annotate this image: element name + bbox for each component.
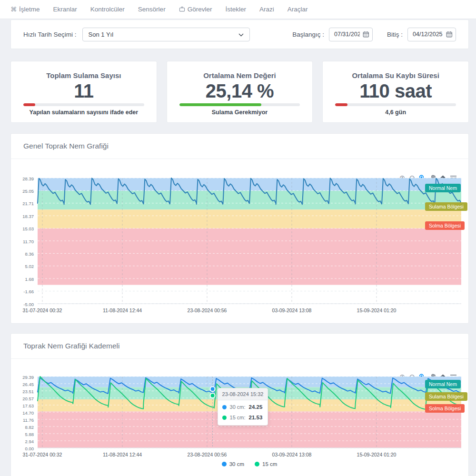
stat-value: 25,14 % bbox=[167, 79, 313, 103]
stat-value: 110 saat bbox=[323, 79, 468, 103]
quick-date-selected-value: Son 1 Yıl bbox=[89, 31, 114, 38]
x-tick-label: 31-07-2024 00:32 bbox=[23, 307, 62, 313]
nav-item-kontrolculer[interactable]: Kontrolcüler bbox=[90, 6, 125, 13]
y-tick-label: -1.66 bbox=[23, 289, 34, 294]
x-tick-label: 15-09-2024 01:20 bbox=[357, 452, 397, 457]
y-axis: 29.3926.4523.5120.5717.6314.7011.768.825… bbox=[11, 377, 34, 448]
calendar-icon[interactable] bbox=[363, 31, 369, 40]
stat-cards-row: Toplam Sulama Sayısı 11 Yapılan sulamala… bbox=[10, 61, 469, 123]
y-tick-label: 20.57 bbox=[22, 396, 34, 401]
x-tick-label: 11-08-2024 12:44 bbox=[103, 452, 142, 457]
zone-band bbox=[38, 228, 461, 285]
series-dot-30cm bbox=[222, 405, 227, 409]
chart-title: Toprak Nem Grafiği Kademeli bbox=[11, 334, 468, 359]
nav-item-ekranlar[interactable]: Ekranlar bbox=[53, 6, 77, 13]
stat-card-average-moisture: Ortalama Nem Değeri 25,14 % Sulama Gerek… bbox=[167, 61, 313, 123]
stat-card-water-loss: Ortalama Su Kaybı Süresi 110 saat 4,6 gü… bbox=[322, 61, 469, 123]
y-tick-label: 5.88 bbox=[25, 432, 34, 437]
legend-dot bbox=[255, 462, 259, 466]
y-tick-label: 11.70 bbox=[23, 239, 34, 244]
progress-bar bbox=[23, 103, 144, 106]
progress-fill bbox=[335, 103, 347, 106]
zone-badge: Sulama Bölgesi bbox=[425, 202, 467, 211]
zone-badge: Normal Nem bbox=[425, 380, 461, 388]
nav-item-araclar[interactable]: Araçlar bbox=[288, 6, 308, 13]
zone-badge: Normal Nem bbox=[425, 184, 461, 192]
top-navigation: ⌘ İşletme Ekranlar Kontrolcüler Sensörle… bbox=[0, 0, 476, 19]
series-dot-15cm bbox=[222, 416, 227, 420]
y-tick-label: 15.03 bbox=[22, 226, 34, 231]
stat-title: Ortalama Su Kaybı Süresi bbox=[323, 71, 468, 79]
stat-caption: 4,6 gün bbox=[323, 109, 468, 116]
y-tick-label: 29.39 bbox=[22, 375, 34, 380]
soil-moisture-plot[interactable]: Normal NemSulama BölgesiSolma Bölgesi bbox=[38, 178, 461, 304]
nav-item-arazi[interactable]: Arazi bbox=[259, 6, 274, 13]
x-axis: 31-07-2024 00:3211-08-2024 12:4423-08-20… bbox=[38, 307, 461, 315]
legend-label: 15 cm bbox=[262, 461, 277, 467]
y-tick-label: 8.82 bbox=[25, 425, 34, 430]
progress-bar bbox=[179, 103, 300, 106]
hover-marker bbox=[210, 387, 215, 391]
progress-fill bbox=[179, 103, 261, 106]
hover-marker bbox=[210, 393, 215, 398]
stat-caption: Sulama Gerekmiyor bbox=[167, 109, 313, 116]
x-tick-label: 15-09-2024 01:20 bbox=[357, 307, 397, 313]
legend-label: 30 cm bbox=[229, 461, 244, 467]
progress-bar bbox=[335, 103, 456, 106]
x-tick-label: 23-08-2024 00:56 bbox=[188, 307, 227, 313]
y-tick-label: 23.51 bbox=[22, 389, 34, 394]
x-tick-label: 31-07-2024 00:32 bbox=[23, 452, 62, 457]
y-tick-label: 11.76 bbox=[23, 417, 34, 423]
y-tick-label: 26.45 bbox=[22, 382, 34, 387]
y-axis: 28.3925.0521.7118.3715.0311.708.365.021.… bbox=[11, 178, 34, 304]
zone-band bbox=[38, 209, 461, 228]
briefcase-icon bbox=[179, 6, 185, 13]
y-tick-label: 1.68 bbox=[25, 277, 34, 282]
y-tick-label: 25.05 bbox=[22, 188, 34, 194]
calendar-icon[interactable] bbox=[446, 31, 453, 40]
nav-item-label: İşletme bbox=[19, 6, 40, 13]
y-tick-label: -5.00 bbox=[23, 302, 34, 307]
chevron-down-icon bbox=[238, 31, 244, 38]
quick-date-label: Hızlı Tarih Seçimi : bbox=[23, 31, 77, 38]
x-tick-label: 23-08-2024 00:56 bbox=[188, 452, 227, 457]
x-axis: 31-07-2024 00:3211-08-2024 12:4423-08-20… bbox=[38, 452, 461, 459]
y-tick-label: 8.36 bbox=[25, 251, 34, 257]
stat-title: Toplam Sulama Sayısı bbox=[11, 71, 157, 79]
x-tick-label: 03-09-2024 13:08 bbox=[272, 307, 312, 313]
zone-badge: Sulama Bölgesi bbox=[425, 392, 467, 401]
y-tick-label: 18.37 bbox=[22, 214, 34, 219]
y-tick-label: 28.39 bbox=[22, 176, 34, 181]
chart-title: Genel Toprak Nem Grafiği bbox=[11, 134, 468, 159]
x-tick-label: 11-08-2024 12:44 bbox=[103, 307, 142, 313]
nav-item-istekler[interactable]: İstekler bbox=[225, 6, 246, 13]
chart-tooltip: 23-08-2024 15:32 30 cm: 24.25 15 cm: 21.… bbox=[218, 388, 268, 426]
chart-svg bbox=[38, 178, 461, 304]
zone-badge: Solma Bölgesi bbox=[425, 221, 465, 230]
y-tick-label: 0.00 bbox=[25, 446, 34, 451]
x-tick-label: 03-09-2024 13:08 bbox=[272, 452, 312, 457]
y-tick-label: 21.71 bbox=[22, 201, 34, 206]
layered-moisture-plot[interactable]: 23-08-2024 15:32 30 cm: 24.25 15 cm: 21.… bbox=[38, 377, 461, 448]
chart-legend: 30 cm15 cm bbox=[38, 461, 461, 467]
stat-card-total-irrigation: Toplam Sulama Sayısı 11 Yapılan sulamala… bbox=[10, 61, 157, 123]
tooltip-date: 23-08-2024 15:32 bbox=[218, 388, 268, 400]
quick-date-select[interactable]: Son 1 Yıl bbox=[82, 28, 250, 41]
legend-item-15cm[interactable]: 15 cm bbox=[255, 461, 277, 467]
y-tick-label: 5.02 bbox=[25, 264, 34, 269]
nav-item-isletme[interactable]: ⌘ İşletme bbox=[10, 6, 40, 13]
y-tick-label: 14.70 bbox=[22, 410, 34, 416]
legend-dot bbox=[222, 462, 227, 466]
nav-item-sensorler[interactable]: Sensörler bbox=[138, 6, 166, 13]
stat-caption: Yapılan sulamaların sayısını ifade eder bbox=[11, 109, 157, 116]
end-date-label: Bitiş : bbox=[387, 31, 403, 38]
stat-value: 11 bbox=[11, 79, 157, 103]
chart-card-general-moisture: Genel Toprak Nem Grafiği ⊕ ⊖ 28.3925.052… bbox=[10, 133, 469, 324]
date-filter-bar: Hızlı Tarih Seçimi : Son 1 Yıl Başlangıç… bbox=[10, 20, 469, 49]
zone-badge: Solma Bölgesi bbox=[425, 404, 465, 413]
y-tick-label: 17.63 bbox=[22, 403, 34, 408]
legend-item-30cm[interactable]: 30 cm bbox=[222, 461, 244, 467]
progress-fill bbox=[23, 103, 35, 106]
command-icon: ⌘ bbox=[10, 6, 17, 12]
nav-item-gorevler[interactable]: Görevler bbox=[179, 6, 212, 13]
